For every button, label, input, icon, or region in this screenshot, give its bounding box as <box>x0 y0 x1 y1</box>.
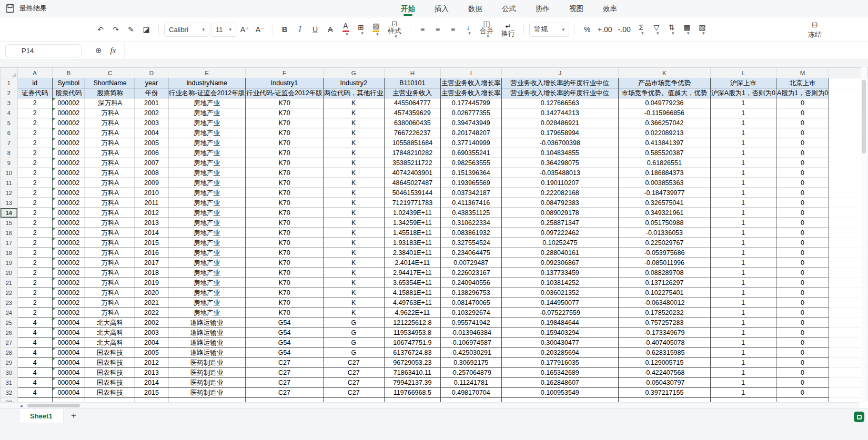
cell-B17[interactable]: 000002 <box>52 238 85 248</box>
cell-J13[interactable]: 0.084792383 <box>501 198 619 208</box>
cell-J33[interactable] <box>501 398 619 403</box>
cell-D10[interactable]: 2008 <box>135 168 168 178</box>
cell-B12[interactable]: 000002 <box>52 188 85 198</box>
cell-L27[interactable]: 1 <box>710 338 776 348</box>
cell-I8[interactable]: 0.690355241 <box>441 148 502 158</box>
cell-B31[interactable]: 000004 <box>52 378 85 388</box>
align-right-button[interactable]: ≡ <box>446 23 460 37</box>
cell-B32[interactable]: 000004 <box>52 388 85 398</box>
cell-K7[interactable]: 0.413841397 <box>619 138 710 148</box>
cell-F13[interactable]: K70 <box>246 198 323 208</box>
cell-D15[interactable]: 2013 <box>135 218 168 228</box>
cell-G1[interactable]: Industry2 <box>323 78 384 88</box>
cell-D28[interactable]: 2005 <box>135 348 168 358</box>
cell-H10[interactable]: 40742403901 <box>384 168 440 178</box>
cell-G32[interactable]: C27 <box>323 388 384 398</box>
cell-F22[interactable]: K70 <box>246 288 323 298</box>
cell-J19[interactable]: 0.092306867 <box>501 258 619 268</box>
cell-M20[interactable]: 0 <box>776 268 829 278</box>
cell-B7[interactable]: 000002 <box>52 138 85 148</box>
cell-C14[interactable]: 万科A <box>85 208 135 218</box>
fill-color-button[interactable]: ▨ ▾ <box>369 23 383 37</box>
cell-D3[interactable]: 2001 <box>135 98 168 108</box>
cell-E6[interactable]: 房地产业 <box>168 128 245 138</box>
cell-A5[interactable]: 2 <box>17 118 52 128</box>
cell-M32[interactable]: 0 <box>776 388 829 398</box>
cell-I3[interactable]: 0.177445799 <box>441 98 502 108</box>
freeze-panes-button[interactable]: ⊟ 冻结 <box>805 23 825 37</box>
cell-M18[interactable]: 0 <box>776 248 829 258</box>
row-header-29[interactable]: 29 <box>1 358 18 368</box>
cell-C27[interactable]: 北大高科 <box>85 338 135 348</box>
cell-A29[interactable]: 4 <box>17 358 52 368</box>
cell-L23[interactable]: 1 <box>710 298 776 308</box>
cell-B21[interactable]: 000002 <box>52 278 85 288</box>
cell-J16[interactable]: 0.097222462 <box>501 228 619 238</box>
cell-D1[interactable]: year <box>135 78 168 88</box>
cell-C15[interactable]: 万科A <box>85 218 135 228</box>
cell-A27[interactable]: 4 <box>17 338 52 348</box>
cell-I22[interactable]: 0.138296753 <box>441 288 502 298</box>
percent-style-button[interactable]: % <box>580 23 594 37</box>
cell-B26[interactable]: 000004 <box>52 328 85 338</box>
cell-C7[interactable]: 万科A <box>85 138 135 148</box>
cell-E15[interactable]: 房地产业 <box>168 218 245 228</box>
cell-I6[interactable]: 0.201748207 <box>441 128 502 138</box>
redo-button[interactable]: ↷ <box>109 23 123 37</box>
cell-H24[interactable]: 4.9622E+11 <box>384 308 440 318</box>
cell-K29[interactable]: 0.129005715 <box>619 358 710 368</box>
horizontal-scroll-thumb[interactable] <box>27 404 80 407</box>
cell-K15[interactable]: 0.051750988 <box>619 218 710 228</box>
cell-E14[interactable]: 房地产业 <box>168 208 245 218</box>
column-header-L[interactable]: L <box>710 68 776 78</box>
cell-J2[interactable]: 营业务收入增长率的年度行业中位 <box>501 88 619 98</box>
cell-I19[interactable]: 0.00729487 <box>441 258 502 268</box>
column-header-G[interactable]: G <box>323 68 384 78</box>
cell-H18[interactable]: 2.38401E+11 <box>384 248 440 258</box>
cell-A24[interactable]: 2 <box>17 308 52 318</box>
cell-C16[interactable]: 万科A <box>85 228 135 238</box>
cell-E31[interactable]: 医药制造业 <box>168 378 245 388</box>
cell-F24[interactable]: K70 <box>246 308 323 318</box>
cell-B2[interactable]: 股票代码 <box>52 88 85 98</box>
cell-J11[interactable]: 0.190110207 <box>501 178 619 188</box>
cell-B25[interactable]: 000004 <box>52 318 85 328</box>
cell-I33[interactable] <box>441 398 502 403</box>
cell-J8[interactable]: 0.104834855 <box>501 148 619 158</box>
cell-I14[interactable]: 0.438351125 <box>441 208 502 218</box>
cell-G29[interactable]: C27 <box>323 358 384 368</box>
cell-A12[interactable]: 2 <box>17 188 52 198</box>
cell-D27[interactable]: 2004 <box>135 338 168 348</box>
cell-F4[interactable]: K70 <box>246 108 323 118</box>
cell-D2[interactable]: 年份 <box>135 88 168 98</box>
vertical-scrollbar[interactable] <box>861 67 867 402</box>
cell-H20[interactable]: 2.94417E+11 <box>384 268 440 278</box>
cell-K9[interactable]: 0.61826551 <box>619 158 710 168</box>
cell-J31[interactable]: 0.162848607 <box>501 378 619 388</box>
cell-L7[interactable]: 1 <box>710 138 776 148</box>
cell-F31[interactable]: C27 <box>246 378 323 388</box>
row-header-14[interactable]: 14 <box>1 208 18 218</box>
cell-H32[interactable]: 119766968.5 <box>384 388 440 398</box>
cell-G21[interactable]: K <box>323 278 384 288</box>
cell-A7[interactable]: 2 <box>17 138 52 148</box>
search-icon[interactable]: ⊕ <box>95 46 102 55</box>
cell-D12[interactable]: 2010 <box>135 188 168 198</box>
cell-G18[interactable]: K <box>323 248 384 258</box>
cell-I13[interactable]: 0.411367416 <box>441 198 502 208</box>
cell-A30[interactable]: 4 <box>17 368 52 378</box>
cell-A6[interactable]: 2 <box>17 128 52 138</box>
cell-C6[interactable]: 万科A <box>85 128 135 138</box>
cell-H30[interactable]: 71863410.11 <box>384 368 440 378</box>
cell-F12[interactable]: K70 <box>246 188 323 198</box>
cell-M25[interactable]: 0 <box>776 318 829 328</box>
conditional-format-button[interactable]: ▦ ▾ <box>680 23 694 37</box>
cell-G13[interactable]: K <box>323 198 384 208</box>
cell-K31[interactable]: -0.050430797 <box>619 378 710 388</box>
assistant-icon[interactable] <box>854 412 864 422</box>
row-header-6[interactable]: 6 <box>1 128 18 138</box>
cell-C26[interactable]: 北大高科 <box>85 328 135 338</box>
cell-K4[interactable]: -0.115966856 <box>619 108 710 118</box>
cell-M7[interactable]: 0 <box>776 138 829 148</box>
row-header-8[interactable]: 8 <box>1 148 18 158</box>
